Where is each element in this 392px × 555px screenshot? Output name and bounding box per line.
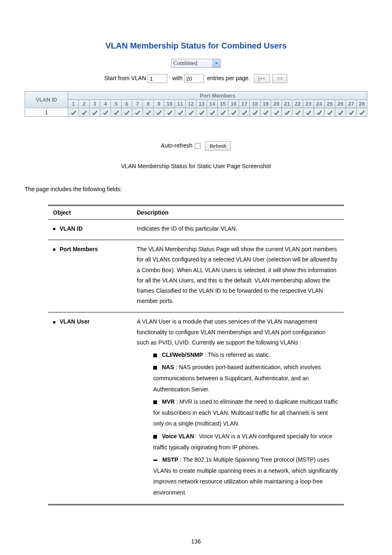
member-cell <box>79 108 90 117</box>
figure-caption: VLAN Membership Status for Static User P… <box>25 163 367 169</box>
check-icon <box>295 110 301 116</box>
col-object: Object <box>48 206 132 220</box>
check-icon <box>338 110 344 116</box>
member-cell <box>325 108 335 117</box>
port-col-4: 4 <box>100 100 111 108</box>
membership-table: VLAN ID Port Members 1234567891011121314… <box>25 91 367 117</box>
object-label: VLAN User <box>60 318 90 325</box>
port-col-6: 6 <box>122 100 132 108</box>
member-cell <box>122 108 132 117</box>
member-cell <box>335 108 346 117</box>
item-text: : This is referred as static. <box>203 352 270 358</box>
port-col-11: 11 <box>175 100 186 108</box>
member-cell <box>271 108 282 117</box>
field-row: Port MembersThe VLAN Membership Status P… <box>48 240 344 312</box>
check-icon <box>167 110 173 116</box>
member-cell <box>68 108 79 117</box>
port-col-3: 3 <box>90 100 100 108</box>
square-icon <box>153 366 157 370</box>
check-icon <box>199 110 205 116</box>
member-cell <box>154 108 164 117</box>
first-page-button[interactable]: |<< <box>254 74 270 83</box>
square-icon <box>153 400 157 404</box>
member-cell <box>357 108 367 117</box>
port-col-1: 1 <box>68 100 79 108</box>
list-item: Voice VLAN : Voice VLAN is a VLAN config… <box>153 431 339 453</box>
check-icon <box>103 110 108 116</box>
check-icon <box>316 110 322 116</box>
member-cell <box>186 108 196 117</box>
port-col-26: 26 <box>335 100 346 108</box>
port-col-15: 15 <box>218 100 228 108</box>
object-cell: Port Members <box>48 240 132 312</box>
object-cell: VLAN User <box>48 312 132 504</box>
sub-list: CLI/Web/SNMP : This is referred as stati… <box>137 349 339 498</box>
check-icon <box>306 110 311 116</box>
port-col-12: 12 <box>186 100 196 108</box>
port-col-23: 23 <box>303 100 314 108</box>
item-text: : The 802.1s Multiple Spanning Tree prot… <box>153 456 338 496</box>
square-icon <box>153 354 157 357</box>
refresh-button[interactable]: Refresh <box>205 141 231 150</box>
col-vlan-id: VLAN ID <box>25 92 68 108</box>
member-cell <box>143 108 154 117</box>
intro-text: The page includes the following fields: <box>25 186 367 192</box>
port-col-5: 5 <box>111 100 122 108</box>
member-cell <box>100 108 111 117</box>
port-col-8: 8 <box>143 100 154 108</box>
object-label: VLAN ID <box>60 225 83 232</box>
check-icon <box>284 110 290 116</box>
dropdown-value: Combined <box>173 60 197 66</box>
port-col-9: 9 <box>154 100 164 108</box>
port-col-21: 21 <box>282 100 293 108</box>
list-item: MSTP : The 802.1s Multiple Spanning Tree… <box>153 454 339 498</box>
member-cell <box>164 108 175 117</box>
item-text: : MVR is used to eliminate the need to d… <box>153 398 338 427</box>
item-label: Voice VLAN <box>162 433 194 439</box>
check-icon <box>188 110 194 116</box>
refresh-row: Auto-refresh Refresh <box>25 141 367 150</box>
port-col-13: 13 <box>196 100 207 108</box>
page-number: 136 <box>25 538 367 545</box>
start-from-label: Start from VLAN <box>104 75 146 81</box>
port-col-28: 28 <box>357 100 367 108</box>
check-icon <box>81 110 87 116</box>
filter-row: Start from VLAN with entries per page. |… <box>25 74 367 83</box>
check-icon <box>220 110 226 116</box>
port-col-10: 10 <box>164 100 175 108</box>
check-icon <box>348 110 354 116</box>
start-vlan-input[interactable] <box>148 74 167 83</box>
member-cell <box>207 108 218 117</box>
member-cell <box>282 108 293 117</box>
description-cell: The VLAN Membership Status Page will sho… <box>132 240 344 312</box>
member-cell <box>132 108 143 117</box>
member-cell <box>175 108 186 117</box>
port-col-14: 14 <box>207 100 218 108</box>
check-icon <box>252 110 258 116</box>
check-icon <box>135 110 141 116</box>
page-title: VLAN Membership Status for Combined User… <box>25 41 367 51</box>
fields-table: Object Description VLAN IDIndicates the … <box>48 205 344 505</box>
check-icon <box>113 110 119 116</box>
check-icon <box>145 110 151 116</box>
item-label: NAS <box>162 364 174 370</box>
auto-refresh-checkbox[interactable] <box>195 143 201 149</box>
with-label: with <box>172 75 182 81</box>
dash-icon <box>153 460 157 461</box>
port-col-18: 18 <box>250 100 261 108</box>
next-page-button[interactable]: >> <box>272 74 288 83</box>
member-cell <box>90 108 100 117</box>
member-cell <box>250 108 261 117</box>
desc-text: A VLAN User is a module that uses servic… <box>137 317 339 348</box>
list-item: NAS : NAS provides port-based authentica… <box>153 362 339 395</box>
item-label: MSTP <box>162 456 178 463</box>
check-icon <box>156 110 162 116</box>
port-col-19: 19 <box>261 100 271 108</box>
member-cell <box>196 108 207 117</box>
description-cell: A VLAN User is a module that uses servic… <box>132 312 344 504</box>
bullet-icon <box>53 321 55 324</box>
check-icon <box>92 110 98 116</box>
entries-input[interactable] <box>184 74 204 83</box>
user-dropdown[interactable]: Combined <box>171 59 221 68</box>
check-icon <box>124 110 130 116</box>
